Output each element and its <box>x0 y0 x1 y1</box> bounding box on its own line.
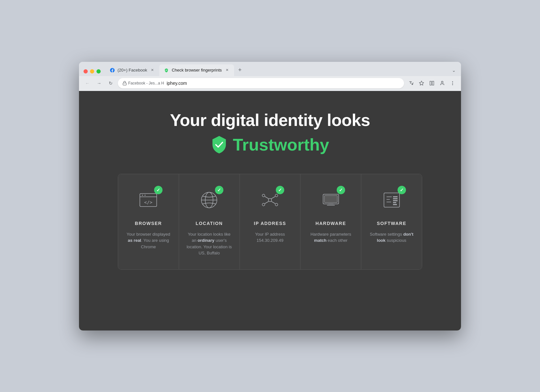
bookmark-icon[interactable] <box>417 79 426 88</box>
hero-trustworthy: Trustworthy <box>170 135 370 154</box>
svg-line-24 <box>271 201 275 204</box>
tab-facebook-close[interactable]: ✕ <box>150 68 155 73</box>
svg-rect-26 <box>324 196 337 203</box>
trustworthy-shield-icon <box>211 135 228 154</box>
cards-container: </> ✓ BROWSER Your browser displayed as … <box>118 174 422 270</box>
tab-facebook-label: (20+) Facebook <box>118 68 147 73</box>
minimize-button[interactable] <box>90 69 94 73</box>
svg-point-16 <box>268 198 272 202</box>
hardware-card-title: HARDWARE <box>316 221 346 226</box>
svg-point-20 <box>275 203 278 206</box>
url-domain: iphey.com <box>167 81 187 86</box>
site-label: Facebook - Jes...a H <box>128 81 164 85</box>
page-content: Your digital identity looks Trustworthy <box>79 91 461 318</box>
card-browser: </> ✓ BROWSER Your browser displayed as … <box>118 174 179 269</box>
address-bar: ← → ↻ Facebook - Jes...a H iphey.com <box>79 76 461 91</box>
svg-rect-3 <box>432 81 434 85</box>
svg-point-7 <box>452 84 453 85</box>
software-icon-wrapper: ✓ <box>379 187 405 213</box>
svg-rect-29 <box>384 193 399 207</box>
card-ip-address: ✓ IP ADDRESS Your IP address 154.30.209.… <box>240 174 301 269</box>
svg-line-21 <box>265 196 269 199</box>
svg-rect-0 <box>123 83 127 85</box>
hero-trustworthy-label: Trustworthy <box>233 135 329 154</box>
tab-expand-button[interactable]: ⌄ <box>449 66 458 75</box>
maximize-button[interactable] <box>96 69 101 73</box>
card-software: ✓ SOFTWARE Software settings don't look … <box>361 174 422 269</box>
back-button[interactable]: ← <box>83 79 92 88</box>
browser-icon-wrapper: </> ✓ <box>135 187 161 213</box>
tab-iphey-close[interactable]: ✕ <box>224 68 230 73</box>
ip-icon-wrapper: ✓ <box>257 187 283 213</box>
ip-card-desc: Your IP address 154.30.209.49 <box>246 231 294 244</box>
svg-marker-1 <box>419 81 423 85</box>
software-card-desc: Software settings don't look suspicious <box>368 231 415 244</box>
url-bar[interactable]: Facebook - Jes...a H iphey.com <box>118 78 404 88</box>
forward-button[interactable]: → <box>95 79 104 88</box>
location-card-title: LOCATION <box>196 221 223 226</box>
tab-bar: (20+) Facebook ✕ Check browser fingerpri… <box>79 62 461 76</box>
new-tab-button[interactable]: + <box>235 66 244 75</box>
close-button[interactable] <box>84 69 88 73</box>
browser-card-desc: Your browser displayed as real. You are … <box>125 231 172 250</box>
reload-button[interactable]: ↻ <box>106 79 115 88</box>
facebook-favicon-icon <box>110 68 115 73</box>
ip-card-title: IP ADDRESS <box>254 221 286 226</box>
svg-point-17 <box>262 194 265 197</box>
window-controls <box>79 69 105 73</box>
hardware-check-badge: ✓ <box>337 186 345 194</box>
browser-check-badge: ✓ <box>154 186 163 194</box>
svg-line-23 <box>265 201 269 204</box>
svg-point-5 <box>452 81 453 82</box>
split-view-icon[interactable] <box>427 79 436 88</box>
tabs-container: (20+) Facebook ✕ Check browser fingerpri… <box>105 64 449 76</box>
iphey-favicon-icon <box>164 68 169 73</box>
browser-card-title: BROWSER <box>135 221 162 226</box>
hardware-card-desc: Hardware parameters match each other <box>307 231 354 244</box>
svg-rect-2 <box>430 81 432 85</box>
hero-section: Your digital identity looks Trustworthy <box>170 110 370 154</box>
card-location: ✓ LOCATION Your location looks like an o… <box>179 174 240 269</box>
svg-point-18 <box>275 194 278 197</box>
svg-line-22 <box>271 196 275 199</box>
tab-facebook[interactable]: (20+) Facebook ✕ <box>105 64 159 76</box>
translate-icon[interactable] <box>407 79 416 88</box>
menu-icon[interactable] <box>448 79 457 88</box>
svg-text:</>: </> <box>144 200 152 205</box>
software-check-badge: ✓ <box>398 186 406 194</box>
browser-window: (20+) Facebook ✕ Check browser fingerpri… <box>79 62 461 330</box>
hardware-icon-wrapper: ✓ <box>318 187 344 213</box>
location-check-badge: ✓ <box>215 186 223 194</box>
title-bar: (20+) Facebook ✕ Check browser fingerpri… <box>79 62 461 91</box>
site-security-icon: Facebook - Jes...a H <box>122 81 164 85</box>
svg-point-4 <box>441 81 443 83</box>
profile-icon[interactable] <box>438 79 447 88</box>
card-hardware: ✓ HARDWARE Hardware parameters match eac… <box>300 174 361 269</box>
svg-point-6 <box>452 83 453 83</box>
location-icon-wrapper: ✓ <box>196 187 222 213</box>
tab-iphey[interactable]: Check browser fingerprints ✕ <box>159 64 234 76</box>
toolbar-icons <box>407 79 457 88</box>
ip-check-badge: ✓ <box>276 186 284 194</box>
tab-iphey-label: Check browser fingerprints <box>172 68 222 73</box>
svg-point-19 <box>262 203 265 206</box>
hero-title-line1: Your digital identity looks <box>170 110 370 130</box>
bottom-bar <box>79 318 461 330</box>
software-card-title: SOFTWARE <box>377 221 406 226</box>
location-card-desc: Your location looks like an ordinary use… <box>186 231 233 256</box>
